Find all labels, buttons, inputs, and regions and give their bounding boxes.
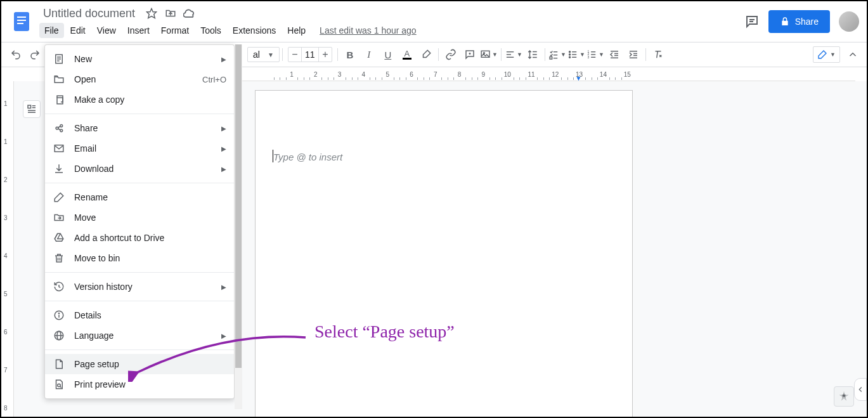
page-icon [53, 358, 65, 370]
bold-button[interactable]: B [341, 46, 359, 63]
menu-help[interactable]: Help [282, 23, 311, 38]
download-icon [53, 162, 65, 175]
checklist-button[interactable]: ▼ [548, 46, 566, 63]
placeholder-text: Type @ to insert [273, 152, 342, 162]
menu-item-page-setup[interactable]: Page setup [45, 354, 234, 374]
ruler-number: 14 [600, 71, 607, 78]
vruler-number: 2 [4, 176, 8, 183]
menu-item-print-preview[interactable]: Print preview [45, 374, 234, 395]
ruler-number: 7 [434, 71, 437, 78]
menu-item-download[interactable]: Download▶ [45, 159, 234, 179]
undo-button[interactable] [7, 46, 25, 63]
numbered-list-button[interactable]: 123▼ [586, 46, 604, 63]
menu-edit[interactable]: Edit [65, 23, 91, 38]
docs-logo[interactable] [9, 9, 34, 34]
svg-point-57 [58, 313, 59, 313]
side-panel-toggle[interactable] [854, 378, 867, 401]
submenu-arrow-icon: ▶ [221, 56, 226, 63]
comment-button[interactable] [461, 46, 479, 63]
copy-icon [53, 93, 65, 106]
italic-button[interactable]: I [360, 46, 378, 63]
menu-item-language[interactable]: Language▶ [45, 325, 234, 346]
file-menu-dropdown: New▶OpenCtrl+OMake a copyShare▶Email▶Dow… [44, 44, 235, 399]
menu-item-label: New [74, 54, 212, 64]
ruler-number: 12 [552, 71, 559, 78]
menu-item-new[interactable]: New▶ [45, 49, 234, 69]
menu-item-rename[interactable]: Rename [45, 187, 234, 207]
link-button[interactable] [442, 46, 460, 63]
font-name-dropdown[interactable]: al▼ [247, 47, 280, 62]
menu-item-share[interactable]: Share▶ [45, 118, 234, 138]
image-button[interactable]: ▼ [480, 46, 498, 63]
vertical-ruler[interactable]: 1123456789 [1, 81, 14, 417]
collapse-toolbar-button[interactable] [844, 46, 862, 63]
menubar: File Edit View Insert Format Tools Exten… [39, 23, 739, 38]
print-preview-icon [53, 378, 65, 391]
menu-item-details[interactable]: Details [45, 305, 234, 325]
doc-icon [53, 53, 65, 65]
cloud-status-icon[interactable] [183, 7, 196, 20]
menu-item-label: Add a shortcut to Drive [74, 233, 226, 243]
menu-file[interactable]: File [39, 23, 64, 38]
menu-view[interactable]: View [92, 23, 121, 38]
menu-insert[interactable]: Insert [122, 23, 155, 38]
font-size-decrease[interactable]: − [288, 48, 301, 62]
text-color-button[interactable]: A [398, 46, 416, 63]
bullet-list-button[interactable]: ▼ [567, 46, 585, 63]
font-size-increase[interactable]: + [319, 48, 332, 62]
vruler-number: 8 [4, 405, 8, 412]
font-size-control: − 11 + [288, 47, 332, 62]
explore-button[interactable] [834, 386, 854, 407]
svg-point-22 [569, 54, 570, 55]
indent-increase-button[interactable] [625, 46, 642, 63]
highlight-button[interactable] [417, 46, 435, 63]
menu-separator [45, 301, 234, 301]
menu-item-email[interactable]: Email▶ [45, 138, 234, 159]
move-icon[interactable] [164, 7, 177, 20]
vruler-number: 7 [4, 367, 8, 374]
dropdown-scrollbar-thumb[interactable] [235, 44, 242, 368]
app-header: Untitled document File Edit View Insert … [1, 1, 867, 42]
document-title[interactable]: Untitled document [39, 6, 139, 22]
align-button[interactable]: ▼ [505, 46, 522, 63]
ruler-indent-marker[interactable]: ▼ [576, 75, 582, 81]
svg-point-23 [569, 56, 570, 58]
submenu-arrow-icon: ▶ [221, 284, 226, 291]
trash-icon [53, 252, 65, 265]
svg-rect-1 [17, 16, 26, 18]
history-icon [53, 280, 65, 293]
menu-item-version-history[interactable]: Version history▶ [45, 277, 234, 297]
outline-toggle-button[interactable] [23, 100, 41, 118]
menu-item-add-a-shortcut-to-drive[interactable]: Add a shortcut to Drive [45, 228, 234, 248]
dropdown-scrollbar-track[interactable] [235, 44, 242, 409]
editing-mode-button[interactable]: ▼ [813, 46, 840, 63]
indent-decrease-button[interactable] [606, 46, 623, 63]
menu-item-make-a-copy[interactable]: Make a copy [45, 89, 234, 110]
menu-tools[interactable]: Tools [195, 23, 226, 38]
star-icon[interactable] [145, 7, 158, 20]
submenu-arrow-icon: ▶ [221, 125, 226, 132]
folder-open-icon [53, 73, 65, 86]
share-button[interactable]: Share [768, 10, 830, 33]
menu-shortcut: Ctrl+O [202, 75, 226, 84]
menu-item-open[interactable]: OpenCtrl+O [45, 69, 234, 89]
comments-icon[interactable] [744, 14, 760, 29]
menu-item-move[interactable]: Move [45, 207, 234, 228]
font-size-value[interactable]: 11 [301, 48, 319, 62]
clear-formatting-button[interactable] [649, 46, 667, 63]
last-edit-link[interactable]: Last edit was 1 hour ago [320, 25, 417, 36]
ruler-number: 3 [338, 71, 342, 78]
document-page[interactable]: Type @ to insert [255, 90, 633, 418]
menu-extensions[interactable]: Extensions [228, 23, 281, 38]
menu-separator [45, 114, 234, 114]
menu-item-label: Download [74, 164, 212, 174]
menu-format[interactable]: Format [156, 23, 194, 38]
account-avatar[interactable] [839, 11, 859, 32]
underline-button[interactable]: U [379, 46, 397, 63]
share-label: Share [795, 16, 819, 27]
ruler-number: 15 [624, 71, 631, 78]
menu-item-move-to-bin[interactable]: Move to bin [45, 248, 234, 268]
line-spacing-button[interactable] [524, 46, 541, 63]
redo-button[interactable] [26, 46, 44, 63]
menu-item-label: Details [74, 310, 226, 320]
